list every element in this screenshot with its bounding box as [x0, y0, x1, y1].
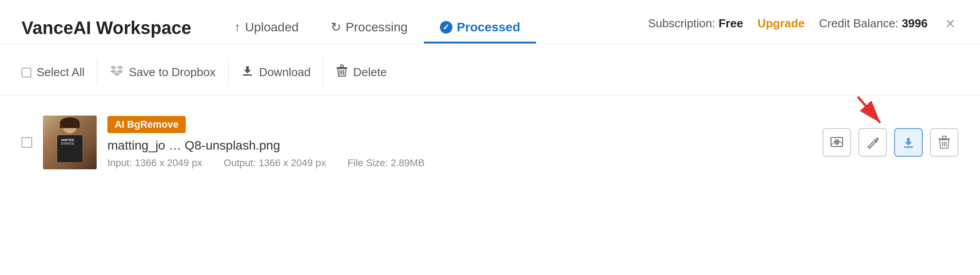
preview-button[interactable]	[822, 128, 851, 157]
svg-rect-13	[942, 136, 946, 138]
file-item: UNITED STATES AI BgRemove matting_jo … Q…	[21, 107, 959, 178]
credit-balance: Credit Balance: 3996	[819, 17, 928, 30]
processing-icon: ↻	[331, 20, 341, 34]
tab-processed[interactable]: ✓ Processed	[424, 13, 537, 43]
tab-processing[interactable]: ↻ Processing	[315, 13, 424, 43]
tabs: ↑ Uploaded ↻ Processing ✓ Processed	[218, 13, 536, 43]
app-title: VanceAI Workspace	[21, 18, 191, 38]
header: VanceAI Workspace ↑ Uploaded ↻ Processin…	[0, 0, 980, 44]
svg-rect-11	[904, 146, 913, 148]
thumbnail-image: UNITED STATES	[43, 116, 97, 169]
file-size: File Size: 2.89MB	[347, 157, 424, 169]
file-input-size: Input: 1366 x 2049 px	[107, 157, 202, 169]
check-circle-icon: ✓	[440, 21, 452, 34]
upload-icon: ↑	[234, 20, 240, 34]
file-list: UNITED STATES AI BgRemove matting_jo … Q…	[0, 96, 980, 189]
upgrade-button[interactable]: Upgrade	[758, 17, 805, 30]
file-output-size: Output: 1366 x 2049 px	[224, 157, 326, 169]
tab-uploaded[interactable]: ↑ Uploaded	[218, 13, 315, 43]
select-all-item[interactable]: Select All	[21, 59, 98, 86]
subscription-text: Subscription: Free	[648, 17, 743, 30]
download-toolbar-item[interactable]: Download	[229, 58, 324, 86]
svg-rect-0	[243, 74, 252, 76]
file-meta: Input: 1366 x 2049 px Output: 1366 x 204…	[107, 157, 812, 169]
workspace-container: VanceAI Workspace ↑ Uploaded ↻ Processin…	[0, 0, 980, 275]
file-actions	[822, 128, 959, 157]
file-checkbox[interactable]	[21, 137, 32, 148]
header-right: Subscription: Free Upgrade Credit Balanc…	[648, 16, 959, 41]
file-name: matting_jo … Q8-unsplash.png	[107, 138, 812, 153]
select-all-checkbox[interactable]	[21, 68, 31, 77]
close-button[interactable]: ×	[942, 16, 959, 32]
dropbox-icon	[110, 64, 124, 80]
trash-toolbar-icon	[336, 64, 348, 80]
toolbar: Select All Save to Dropbox	[0, 44, 980, 96]
file-thumbnail: UNITED STATES	[43, 116, 97, 169]
save-dropbox-item[interactable]: Save to Dropbox	[98, 58, 229, 86]
file-badge: AI BgRemove	[107, 116, 186, 133]
header-left: VanceAI Workspace ↑ Uploaded ↻ Processin…	[21, 13, 536, 43]
file-info: AI BgRemove matting_jo … Q8-unsplash.png…	[107, 116, 812, 169]
download-button[interactable]	[894, 128, 923, 157]
delete-toolbar-item[interactable]: Delete	[324, 58, 399, 86]
download-toolbar-icon	[241, 64, 254, 80]
svg-rect-2	[341, 65, 343, 67]
edit-button[interactable]	[858, 128, 887, 157]
svg-line-7	[858, 97, 880, 123]
delete-button[interactable]	[930, 128, 959, 157]
